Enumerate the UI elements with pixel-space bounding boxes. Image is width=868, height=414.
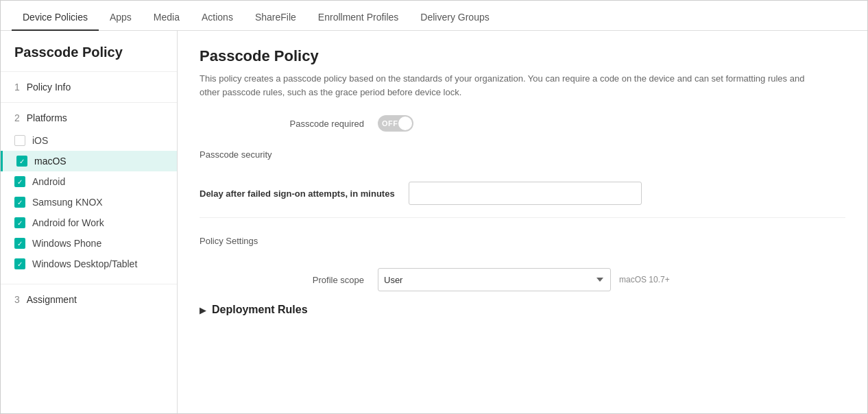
nav-delivery-groups[interactable]: Delivery Groups	[409, 5, 500, 31]
section-divider	[200, 217, 845, 218]
windows-phone-checkbox[interactable]: ✓	[14, 238, 25, 249]
ios-label: iOS	[32, 135, 48, 146]
platforms-label: Platforms	[27, 112, 67, 123]
platform-android[interactable]: ✓ Android	[14, 171, 163, 192]
android-label: Android	[32, 176, 65, 187]
policy-info-step-num: 1	[14, 82, 20, 93]
toggle-state-label: OFF	[382, 119, 398, 127]
passcode-security-row: Passcode security	[200, 144, 845, 169]
policy-settings-label: Policy Settings	[200, 236, 378, 246]
profile-scope-select[interactable]: User System	[378, 268, 611, 291]
profile-scope-wrapper: User System macOS 10.7+	[378, 268, 670, 291]
sidebar: Passcode Policy 1 Policy Info 2 Platform…	[1, 31, 178, 413]
right-panel: Passcode Policy This policy creates a pa…	[178, 31, 867, 413]
panel-description: This policy creates a passcode policy ba…	[200, 72, 817, 99]
nav-media[interactable]: Media	[143, 5, 191, 31]
android-checkbox[interactable]: ✓	[14, 176, 25, 187]
nav-apps[interactable]: Apps	[99, 5, 143, 31]
platform-ios[interactable]: iOS	[14, 130, 163, 151]
macos-label: macOS	[34, 156, 67, 167]
windows-desktop-label: Windows Desktop/Tablet	[32, 258, 137, 269]
samsung-knox-label: Samsung KNOX	[32, 197, 103, 208]
profile-scope-row: Profile scope User System macOS 10.7+	[200, 268, 845, 291]
platform-samsung-knox[interactable]: ✓ Samsung KNOX	[14, 192, 163, 212]
profile-scope-label: Profile scope	[200, 275, 378, 285]
platforms-step-num: 2	[14, 112, 20, 123]
top-nav: Device Policies Apps Media Actions Share…	[1, 1, 867, 31]
passcode-required-row: Passcode required OFF	[200, 115, 845, 132]
panel-title: Passcode Policy	[200, 47, 845, 65]
delay-row: Delay after failed sign-on attempts, in …	[200, 182, 845, 205]
policy-info-label: Policy Info	[27, 82, 71, 93]
main-content: Passcode Policy 1 Policy Info 2 Platform…	[1, 31, 867, 413]
android-for-work-label: Android for Work	[32, 217, 104, 228]
profile-scope-hint: macOS 10.7+	[619, 275, 670, 284]
passcode-security-label: Passcode security	[200, 149, 378, 160]
nav-actions[interactable]: Actions	[191, 5, 244, 31]
platforms-step-label: 2 Platforms	[14, 112, 163, 123]
deployment-rules-arrow-icon: ▶	[200, 305, 206, 315]
windows-desktop-checkbox[interactable]: ✓	[14, 258, 25, 269]
nav-enrollment-profiles[interactable]: Enrollment Profiles	[307, 5, 410, 31]
delay-label: Delay after failed sign-on attempts, in …	[200, 188, 409, 199]
platform-macos[interactable]: ✓ macOS	[1, 151, 177, 171]
platform-windows-desktop[interactable]: ✓ Windows Desktop/Tablet	[14, 254, 163, 274]
deployment-rules-section[interactable]: ▶ Deployment Rules	[200, 304, 845, 316]
passcode-required-toggle[interactable]: OFF	[378, 115, 413, 132]
sidebar-title: Passcode Policy	[1, 31, 177, 72]
assignment-label: Assignment	[27, 294, 77, 305]
delay-input[interactable]	[409, 182, 642, 205]
sidebar-platforms-section: 2 Platforms iOS ✓ macOS ✓ Android	[1, 103, 177, 284]
android-for-work-checkbox[interactable]: ✓	[14, 217, 25, 228]
policy-settings-row: Policy Settings	[200, 230, 845, 256]
nav-sharefile[interactable]: ShareFile	[244, 5, 307, 31]
platform-windows-phone[interactable]: ✓ Windows Phone	[14, 233, 163, 254]
macos-checkbox[interactable]: ✓	[16, 156, 27, 167]
assignment-step-num: 3	[14, 294, 20, 305]
nav-device-policies[interactable]: Device Policies	[12, 5, 99, 31]
platform-android-for-work[interactable]: ✓ Android for Work	[14, 212, 163, 233]
ios-checkbox[interactable]	[14, 135, 25, 146]
samsung-knox-checkbox[interactable]: ✓	[14, 197, 25, 208]
passcode-required-label: Passcode required	[200, 119, 378, 129]
sidebar-item-policy-info[interactable]: 1 Policy Info	[1, 72, 177, 103]
windows-phone-label: Windows Phone	[32, 238, 101, 249]
deployment-rules-label: Deployment Rules	[212, 304, 308, 316]
sidebar-item-assignment[interactable]: 3 Assignment	[1, 284, 177, 315]
